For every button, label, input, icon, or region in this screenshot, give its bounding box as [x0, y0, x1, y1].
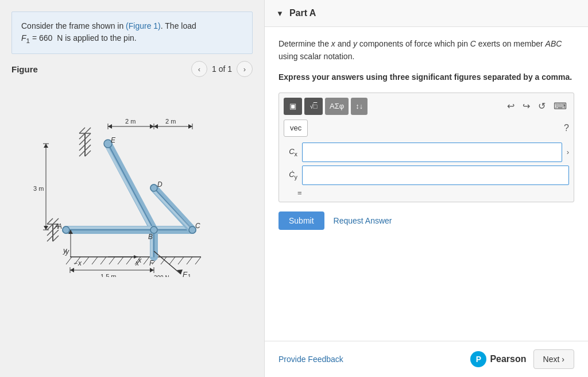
svg-line-4: [47, 218, 53, 224]
math-btn-sqrt[interactable]: √□: [304, 98, 323, 115]
collapse-arrow-icon[interactable]: ▼: [276, 9, 284, 18]
svg-line-19: [83, 257, 89, 264]
help-icon[interactable]: ?: [564, 123, 569, 133]
svg-point-62: [150, 184, 157, 191]
footer-right: P Pearson Next ›: [470, 349, 574, 369]
svg-line-47: [106, 146, 152, 230]
math-toolbar: ▣ √□ ΑΣφ ↕↓ ↩ ↪ ↺ ⌨: [284, 98, 569, 115]
next-arrow-icon: ›: [562, 355, 564, 364]
svg-line-29: [169, 257, 175, 264]
svg-line-17: [66, 257, 72, 264]
svg-line-20: [92, 257, 98, 264]
svg-marker-80: [188, 124, 192, 129]
svg-line-41: [79, 145, 85, 151]
part-a-instruction: Express your answers using three signifi…: [278, 71, 574, 83]
svg-line-21: [100, 257, 106, 264]
part-a-title: Part A: [289, 8, 316, 18]
svg-text:x: x: [135, 259, 140, 267]
svg-line-44: [85, 151, 91, 156]
math-btn-block[interactable]: ▣: [284, 98, 302, 115]
cy-input[interactable]: [302, 166, 569, 185]
svg-line-26: [144, 257, 149, 264]
svg-line-9: [53, 230, 59, 236]
part-a-header: ▼ Part A: [265, 0, 588, 27]
request-answer-link[interactable]: Request Answer: [334, 216, 392, 225]
math-toolbar-row2: vec ?: [284, 120, 569, 137]
pearson-logo: P Pearson: [470, 351, 526, 367]
svg-line-24: [126, 257, 132, 264]
footer: Provide Feedback P Pearson Next ›: [265, 341, 588, 377]
svg-text:B: B: [148, 233, 153, 241]
svg-text:F: F: [183, 270, 188, 277]
cy-input-row: Ċy: [284, 166, 569, 185]
svg-line-39: [79, 139, 85, 145]
pearson-label: Pearson: [490, 354, 526, 364]
cx-expand-icon[interactable]: ›: [567, 148, 569, 156]
figure-diagram: y x A: [23, 82, 241, 277]
problem-load-line: F1 = 660 N is applied to the pin.: [21, 33, 137, 43]
svg-line-23: [118, 257, 123, 264]
svg-text:2 m: 2 m: [165, 118, 176, 125]
cx-input[interactable]: [302, 143, 562, 162]
figure-title: Figure: [11, 64, 38, 74]
math-btn-arrows[interactable]: ↕↓: [351, 98, 368, 115]
part-a-body: Determine the x and y components of forc…: [265, 27, 588, 341]
problem-text-1: Consider the frame shown in: [21, 21, 126, 30]
figure-page-indicator: 1 of 1: [212, 64, 232, 74]
left-panel: Consider the frame shown in (Figure 1). …: [0, 0, 264, 377]
math-btn-symbol[interactable]: ΑΣφ: [325, 98, 349, 115]
svg-line-31: [187, 257, 192, 264]
svg-line-36: [85, 128, 91, 133]
svg-line-30: [178, 257, 184, 264]
figure-prev-button[interactable]: ‹: [191, 61, 207, 77]
svg-line-11: [53, 236, 59, 241]
next-button[interactable]: Next ›: [533, 349, 574, 369]
svg-line-93: [154, 251, 181, 274]
svg-text:D: D: [157, 180, 163, 188]
svg-line-46: [108, 144, 154, 230]
svg-text:x: x: [78, 259, 82, 267]
svg-point-64: [63, 226, 69, 233]
svg-line-6: [47, 224, 53, 230]
refresh-icon[interactable]: ↺: [536, 99, 548, 113]
svg-text:A: A: [54, 222, 59, 230]
svg-text:y: y: [65, 248, 69, 256]
svg-line-22: [109, 257, 115, 264]
next-label: Next: [543, 355, 560, 364]
svg-line-42: [85, 145, 91, 151]
part-a-description: Determine the x and y components of forc…: [278, 37, 574, 63]
svg-text:F: F: [149, 259, 154, 267]
svg-marker-84: [44, 144, 48, 148]
submit-button[interactable]: Submit: [278, 211, 324, 230]
redo-icon[interactable]: ↪: [520, 99, 532, 113]
undo-icon[interactable]: ↩: [505, 99, 517, 113]
right-panel: ▼ Part A Determine the x and y component…: [264, 0, 588, 377]
svg-text:2 m: 2 m: [125, 118, 136, 125]
problem-text-2: . The load: [161, 21, 196, 30]
provide-feedback-link[interactable]: Provide Feedback: [278, 355, 343, 364]
svg-text:C: C: [195, 222, 200, 230]
svg-line-40: [85, 139, 91, 145]
svg-text:3 m: 3 m: [33, 185, 44, 192]
figure-link[interactable]: (Figure 1): [126, 21, 161, 30]
math-btn-vec[interactable]: vec: [284, 120, 308, 137]
action-row: Submit Request Answer: [278, 211, 574, 230]
svg-line-37: [79, 133, 85, 139]
math-editor: ▣ √□ ΑΣφ ↕↓ ↩ ↪ ↺ ⌨ vec ?: [278, 93, 574, 202]
equals-label: =: [297, 188, 569, 197]
math-toolbar-right: ↩ ↪ ↺ ⌨: [505, 99, 569, 113]
cx-input-row: Cx ›: [284, 143, 569, 162]
svg-text:1: 1: [188, 274, 191, 277]
svg-text:−: −: [74, 259, 78, 267]
svg-marker-78: [150, 124, 154, 129]
svg-marker-77: [108, 124, 112, 129]
problem-text-box: Consider the frame shown in (Figure 1). …: [11, 11, 253, 54]
figure-next-button[interactable]: ›: [237, 61, 253, 77]
svg-marker-99: [134, 255, 138, 259]
svg-line-32: [195, 257, 201, 264]
keyboard-icon[interactable]: ⌨: [551, 99, 569, 113]
svg-line-35: [79, 128, 85, 133]
svg-line-43: [79, 151, 85, 156]
svg-text:300 N: 300 N: [154, 275, 169, 277]
svg-marker-79: [154, 124, 158, 129]
